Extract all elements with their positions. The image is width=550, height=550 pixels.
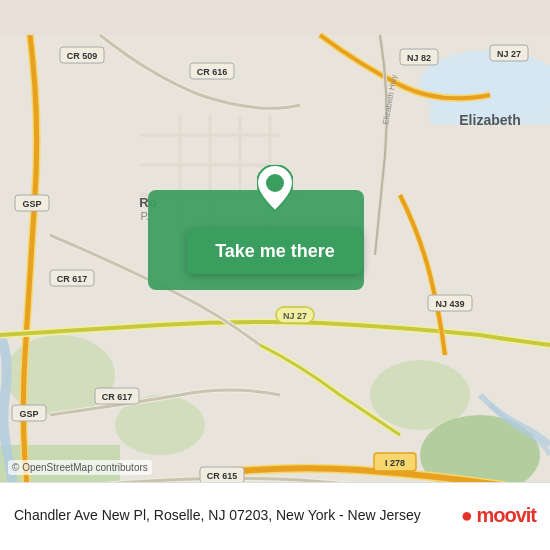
svg-text:GSP: GSP — [19, 409, 38, 419]
svg-text:NJ 27: NJ 27 — [497, 49, 521, 59]
svg-text:Elizabeth: Elizabeth — [459, 112, 520, 128]
svg-text:GSP: GSP — [22, 199, 41, 209]
svg-text:CR 617: CR 617 — [102, 392, 133, 402]
svg-text:NJ 82: NJ 82 — [407, 53, 431, 63]
svg-text:NJ 27: NJ 27 — [283, 311, 307, 321]
moovit-logo: ● moovit — [461, 504, 536, 527]
svg-text:CR 615: CR 615 — [207, 471, 238, 481]
svg-text:CR 616: CR 616 — [197, 67, 228, 77]
map-pin — [257, 165, 293, 211]
address-text: Chandler Ave New Pl, Roselle, NJ 07203, … — [14, 506, 451, 526]
svg-text:CR 509: CR 509 — [67, 51, 98, 61]
bottom-bar: Chandler Ave New Pl, Roselle, NJ 07203, … — [0, 482, 550, 550]
svg-text:CR 617: CR 617 — [57, 274, 88, 284]
osm-credit: © OpenStreetMap contributors — [8, 460, 152, 475]
take-me-there-button[interactable]: Take me there — [187, 229, 363, 274]
moovit-wordmark: ● moovit — [461, 504, 536, 527]
svg-text:I 278: I 278 — [385, 458, 405, 468]
svg-point-45 — [266, 174, 284, 192]
svg-text:NJ 439: NJ 439 — [435, 299, 464, 309]
map-container: CR 509 CR 616 NJ 82 NJ 27 GSP CR 617 NJ … — [0, 0, 550, 550]
